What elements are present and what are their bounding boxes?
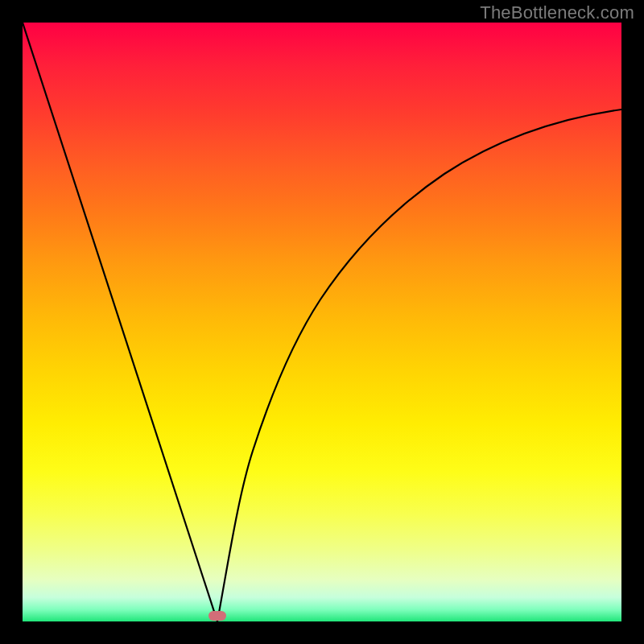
vertex-marker xyxy=(208,611,226,621)
chart-frame: TheBottleneck.com xyxy=(0,0,644,644)
right-branch xyxy=(217,109,621,621)
bottleneck-curve xyxy=(23,23,621,621)
watermark-text: TheBottleneck.com xyxy=(480,2,634,23)
plot-area xyxy=(23,23,621,621)
left-branch xyxy=(23,23,217,621)
